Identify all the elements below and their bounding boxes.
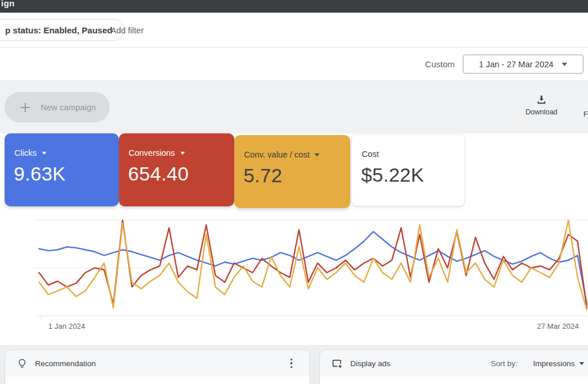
scorecard-label-row[interactable]: Conversions	[129, 148, 234, 158]
status-filter-chip[interactable]: p status: Enabled, Paused	[0, 19, 125, 41]
scorecard-clicks[interactable]: Clicks 9.63K	[5, 133, 119, 206]
metric-value: 5.72	[243, 164, 350, 187]
add-filter-label: Add filter	[111, 26, 144, 35]
display-ads-title: Display ads	[350, 359, 390, 368]
chevron-down-icon	[562, 63, 567, 66]
campaign-toolbar: New campaign Download F	[0, 80, 588, 133]
download-label: Download	[525, 108, 558, 116]
top-app-bar: ign	[0, 0, 588, 13]
filter-bar: p status: Enabled, Paused Add filter	[0, 13, 588, 48]
chart-gridlines	[36, 220, 588, 319]
x-axis-start-label: 1 Jan 2024	[48, 322, 85, 331]
metric-name: Cost	[362, 149, 379, 159]
display-ads-card-header: Display ads Sort by: Impressions	[320, 350, 588, 377]
add-filter-button[interactable]: Add filter	[111, 13, 144, 48]
metric-name: Clicks	[14, 148, 37, 158]
plus-icon	[18, 101, 32, 114]
metric-name: Conv. value / cost	[244, 150, 310, 159]
display-ads-card: Display ads Sort by: Impressions	[319, 350, 588, 384]
scorecard-cost[interactable]: Cost $5.22K	[351, 134, 465, 206]
date-range-picker[interactable]: 1 Jan - 27 Mar 2024	[463, 55, 583, 74]
date-range-value: 1 Jan - 27 Mar 2024	[479, 60, 554, 69]
metric-name: Conversions	[129, 148, 175, 158]
lightbulb-icon	[17, 358, 28, 369]
metric-value: $5.22K	[361, 164, 465, 186]
scorecard-conv-value-cost[interactable]: Conv. value / cost 5.72	[234, 135, 350, 208]
recommendation-card: Recommendation	[5, 350, 310, 384]
recommendation-card-header: Recommendation	[5, 350, 310, 377]
display-ads-icon	[331, 358, 343, 369]
recommendation-title: Recommendation	[35, 359, 96, 368]
scorecard-label-row: Cost	[362, 149, 465, 159]
x-axis-end-label: 27 Mar 2024	[537, 322, 579, 331]
ads-dashboard-screen: ign p status: Enabled, Paused Add filter…	[0, 0, 588, 384]
download-icon	[536, 94, 547, 105]
sort-dropdown[interactable]: Impressions	[533, 359, 584, 368]
scorecard-label-row[interactable]: Clicks	[14, 148, 119, 158]
chart-line-conv-value-cost	[39, 220, 587, 310]
status-filter-label: p status: Enabled, Paused	[5, 25, 113, 35]
metric-value: 9.63K	[14, 163, 119, 185]
scorecard-conversions[interactable]: Conversions 654.40	[119, 133, 234, 206]
sort-dropdown-value: Impressions	[533, 359, 575, 368]
new-campaign-label: New campaign	[41, 103, 96, 112]
scorecard-label-row[interactable]: Conv. value / cost	[244, 150, 350, 159]
clipped-toolbar-label[interactable]: F	[583, 110, 588, 118]
custom-range-label: Custom	[425, 48, 455, 80]
chevron-down-icon	[180, 152, 185, 155]
bottom-panels-region: Recommendation Display ads Sort by: Impr…	[0, 345, 588, 384]
chevron-down-icon	[579, 362, 584, 365]
metric-value: 654.40	[128, 163, 234, 185]
more-options-icon[interactable]	[288, 356, 295, 371]
date-range-bar: Custom 1 Jan - 27 Mar 2024	[0, 48, 588, 80]
chevron-down-icon	[42, 152, 47, 155]
performance-line-chart[interactable]	[0, 213, 588, 328]
page-title-partial: ign	[1, 0, 14, 8]
download-button[interactable]: Download	[523, 94, 560, 116]
chevron-down-icon	[315, 153, 319, 156]
sort-by-label: Sort by:	[491, 359, 518, 368]
new-campaign-button[interactable]: New campaign	[5, 92, 110, 122]
